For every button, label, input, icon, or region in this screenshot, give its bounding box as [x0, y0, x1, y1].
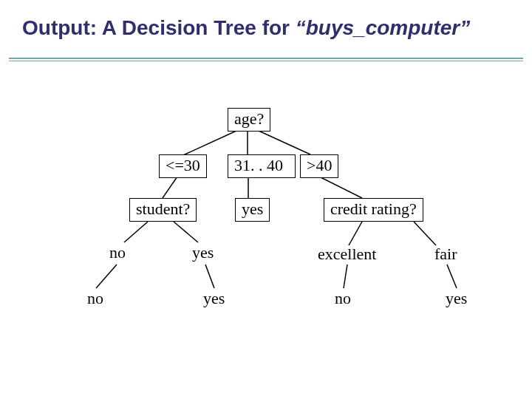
svg-line-13 — [447, 265, 457, 288]
svg-line-6 — [124, 222, 148, 242]
branch-student-yes: yes — [192, 242, 214, 263]
branch-student-no: no — [109, 242, 126, 263]
title-quoted: “buys_computer” — [296, 16, 471, 39]
branch-age-le30: <=30 — [159, 154, 207, 178]
page-title: Output: A Decision Tree for “buys_comput… — [22, 16, 470, 40]
svg-line-0 — [183, 131, 236, 155]
leaf-credit-excellent: no — [335, 288, 351, 309]
svg-line-2 — [259, 131, 310, 154]
svg-line-5 — [319, 177, 362, 198]
leaf-mid-yes: yes — [235, 198, 270, 222]
branch-age-31-40: 31. . 40 — [228, 154, 296, 178]
svg-line-3 — [163, 177, 177, 198]
leaf-student-no: no — [87, 288, 103, 309]
svg-line-9 — [414, 222, 436, 245]
branch-credit-excellent: excellent — [318, 244, 376, 265]
svg-line-8 — [349, 222, 362, 245]
svg-line-10 — [96, 265, 117, 288]
node-age: age? — [228, 108, 270, 132]
node-student: student? — [129, 198, 197, 222]
branch-age-gt40: >40 — [300, 154, 338, 178]
leaf-student-yes: yes — [203, 288, 225, 309]
svg-line-12 — [344, 265, 347, 288]
svg-line-7 — [174, 222, 198, 242]
slide: Output: A Decision Tree for “buys_comput… — [0, 0, 532, 399]
leaf-credit-fair: yes — [446, 288, 467, 309]
branch-credit-fair: fair — [434, 244, 457, 265]
title-underline — [0, 58, 532, 61]
title-prefix: Output: A Decision Tree for — [22, 16, 296, 39]
svg-line-11 — [205, 265, 214, 288]
node-credit: credit rating? — [324, 198, 423, 222]
